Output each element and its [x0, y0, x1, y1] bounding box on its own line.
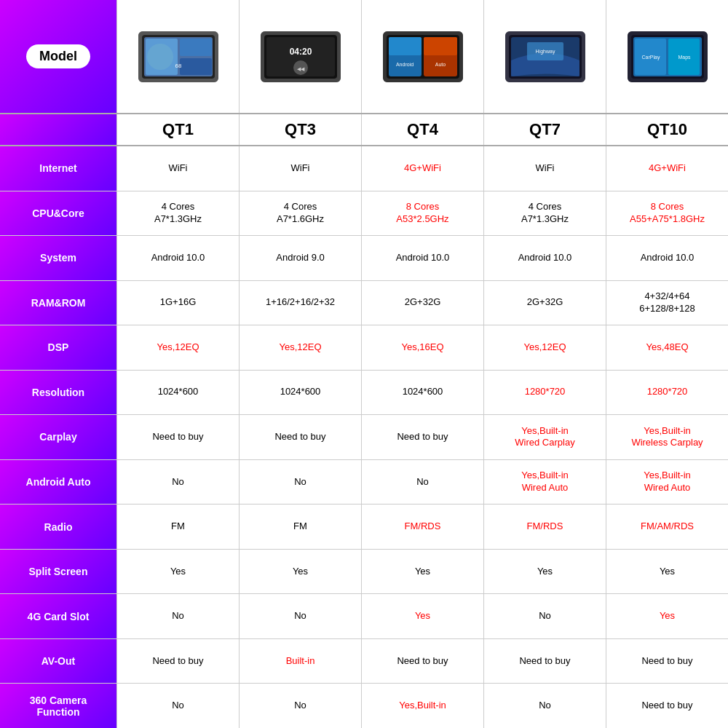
model-label-text: Model: [39, 49, 77, 63]
cell-r3-c4: 4+32/4+646+128/8+128: [606, 281, 728, 325]
cell-r10-c4: Yes: [606, 594, 728, 638]
product-col-qt7: Highway: [483, 0, 606, 113]
svg-rect-18: [389, 37, 422, 55]
cell-r0-c2: 4G+WiFi: [361, 146, 483, 191]
cell-r6-c0: Need to buy: [116, 415, 239, 459]
row-label-5: Resolution: [0, 371, 116, 415]
cell-r7-c3: Yes,Built-inWired Auto: [483, 460, 606, 505]
cell-r1-c3: 4 CoresA7*1.3GHz: [483, 191, 606, 236]
table-row-11: AV-OutNeed to buyBuilt-inNeed to buyNeed…: [0, 639, 728, 684]
cell-r1-c1: 4 CoresA7*1.6GHz: [239, 191, 361, 236]
cell-r5-c1: 1024*600: [239, 371, 361, 415]
cell-r9-c1: Yes: [239, 550, 361, 594]
cell-r1-c2: 8 CoresA53*2.5GHz: [361, 191, 483, 236]
cell-r9-c2: Yes: [361, 550, 483, 594]
cell-r11-c3: Need to buy: [483, 639, 606, 684]
cell-r3-c0: 1G+16G: [116, 281, 239, 325]
model-name-qt3: QT3: [239, 114, 361, 145]
table-row-10: 4G Card SlotNoNoYesNoYes: [0, 594, 728, 639]
cell-r1-c0: 4 CoresA7*1.3GHz: [116, 191, 239, 236]
cell-r6-c4: Yes,Built-inWireless Carplay: [606, 415, 728, 459]
svg-point-6: [147, 44, 173, 70]
row-label-8: Radio: [0, 505, 116, 549]
cell-r11-c1: Built-in: [239, 639, 361, 684]
row-label-1: CPU&Core: [0, 191, 116, 236]
cell-r5-c2: 1024*600: [361, 371, 483, 415]
cell-r11-c2: Need to buy: [361, 639, 483, 684]
cell-r9-c0: Yes: [116, 550, 239, 594]
row-label-2: System: [0, 236, 116, 280]
cell-r3-c2: 2G+32G: [361, 281, 483, 325]
model-name-qt4: QT4: [361, 114, 483, 145]
cell-r7-c0: No: [116, 460, 239, 505]
cell-r10-c0: No: [116, 594, 239, 638]
cell-r12-c1: No: [239, 684, 361, 728]
cell-r10-c3: No: [483, 594, 606, 638]
product-col-qt3: 04:20 ◀◀: [239, 0, 361, 113]
table-row-9: Split ScreenYesYesYesYesYes: [0, 550, 728, 595]
cell-r12-c2: Yes,Built-in: [361, 684, 483, 728]
svg-text:CarPlay: CarPlay: [641, 55, 660, 60]
table-row-4: DSPYes,12EQYes,12EQYes,16EQYes,12EQYes,4…: [0, 325, 728, 371]
table-body: InternetWiFiWiFi4G+WiFiWiFi4G+WiFiCPU&Co…: [0, 146, 728, 728]
cell-r1-c4: 8 CoresA55+A75*1.8GHz: [606, 191, 728, 236]
cell-r2-c1: Android 9.0: [239, 236, 361, 280]
cell-r12-c4: Need to buy: [606, 684, 728, 728]
cell-r4-c2: Yes,16EQ: [361, 325, 483, 370]
cell-r7-c4: Yes,Built-inWired Auto: [606, 460, 728, 505]
cell-r2-c4: Android 10.0: [606, 236, 728, 280]
model-badge: Model: [26, 44, 90, 68]
cell-r9-c4: Yes: [606, 550, 728, 594]
main-container: Model 68: [0, 0, 728, 728]
table-row-2: SystemAndroid 10.0Android 9.0Android 10.…: [0, 236, 728, 281]
table-row-12: 360 CameraFunctionNoNoYes,Built-inNoNeed…: [0, 684, 728, 728]
cell-r4-c4: Yes,48EQ: [606, 325, 728, 370]
row-label-10: 4G Card Slot: [0, 594, 116, 638]
cell-r10-c2: Yes: [361, 594, 483, 638]
cell-r0-c3: WiFi: [483, 146, 606, 191]
row-label-4: DSP: [0, 325, 116, 370]
svg-rect-4: [180, 39, 212, 56]
svg-text:04:20: 04:20: [289, 47, 312, 57]
cell-r3-c3: 2G+32G: [483, 281, 606, 325]
cell-r2-c2: Android 10.0: [361, 236, 483, 280]
table-row-8: RadioFMFMFM/RDSFM/RDSFM/AM/RDS: [0, 505, 728, 550]
cell-r5-c4: 1280*720: [606, 371, 728, 415]
cell-r2-c0: Android 10.0: [116, 236, 239, 280]
svg-rect-19: [424, 37, 457, 55]
model-names-row: QT1 QT3 QT4 QT7 QT10: [0, 113, 728, 146]
cell-r11-c4: Need to buy: [606, 639, 728, 684]
table-row-6: CarplayNeed to buyNeed to buyNeed to buy…: [0, 415, 728, 460]
table-row-5: Resolution1024*6001024*6001024*6001280*7…: [0, 371, 728, 416]
cell-r12-c0: No: [116, 684, 239, 728]
model-name-qt10: QT10: [606, 114, 728, 145]
cell-r5-c0: 1024*600: [116, 371, 239, 415]
table-row-3: RAM&ROM1G+16G1+16/2+16/2+322G+32G2G+32G4…: [0, 281, 728, 326]
product-image-qt10: CarPlay Maps: [628, 31, 708, 82]
model-name-qt7: QT7: [483, 114, 606, 145]
table-row-0: InternetWiFiWiFi4G+WiFiWiFi4G+WiFi: [0, 146, 728, 191]
cell-r0-c4: 4G+WiFi: [606, 146, 728, 191]
cell-r3-c1: 1+16/2+16/2+32: [239, 281, 361, 325]
cell-r8-c1: FM: [239, 505, 361, 549]
table-row-7: Android AutoNoNoNoYes,Built-inWired Auto…: [0, 460, 728, 505]
row-label-0: Internet: [0, 146, 116, 191]
cell-r8-c4: FM/AM/RDS: [606, 505, 728, 549]
cell-r6-c3: Yes,Built-inWired Carplay: [483, 415, 606, 459]
product-col-qt10: CarPlay Maps: [606, 0, 728, 113]
cell-r0-c0: WiFi: [116, 146, 239, 191]
cell-r7-c2: No: [361, 460, 483, 505]
product-image-qt4: Android Auto: [383, 31, 463, 82]
row-label-7: Android Auto: [0, 460, 116, 505]
header-area: Model 68: [0, 0, 728, 113]
svg-text:68: 68: [175, 63, 181, 69]
cell-r6-c1: Need to buy: [239, 415, 361, 459]
row-label-3: RAM&ROM: [0, 281, 116, 325]
product-col-qt1: 68: [116, 0, 239, 113]
svg-text:Maps: Maps: [678, 55, 691, 60]
model-label-cell: Model: [0, 0, 116, 113]
svg-text:Highway: Highway: [535, 49, 555, 55]
cell-r8-c0: FM: [116, 505, 239, 549]
svg-text:Android: Android: [395, 62, 413, 67]
table-row-1: CPU&Core4 CoresA7*1.3GHz4 CoresA7*1.6GHz…: [0, 191, 728, 237]
